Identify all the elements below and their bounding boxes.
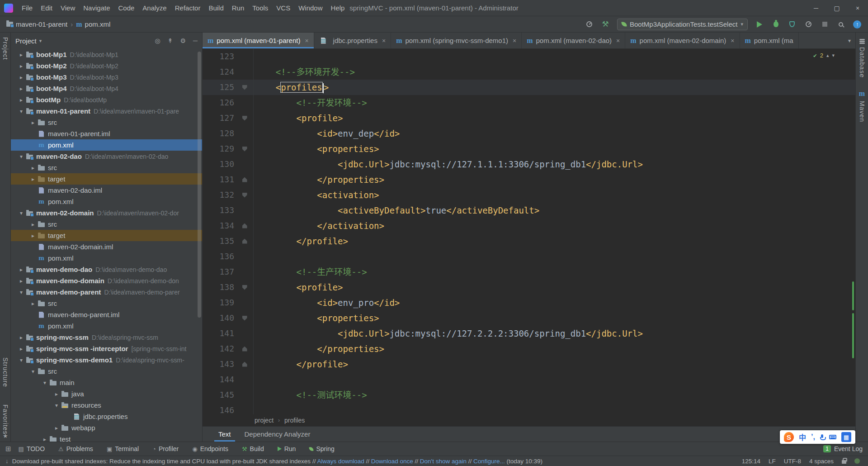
expand-arrow-icon[interactable]: ▸ xyxy=(17,74,25,81)
tool-button-profiler[interactable]: ◔Profiler xyxy=(152,445,179,452)
microphone-icon[interactable] xyxy=(820,434,824,440)
fold-open-icon[interactable] xyxy=(239,193,250,198)
code-line-141[interactable]: 141 <jdbc.Url>jdbc:mysql://127.2.2.2:330… xyxy=(203,326,855,341)
code-line-128[interactable]: 128 <id>env_dep</id> xyxy=(203,126,855,141)
tree-item-test[interactable]: ▸test xyxy=(11,433,202,442)
expand-arrow-icon[interactable]: ▸ xyxy=(52,391,61,397)
tree-item-maven-02-dao[interactable]: ▾maven-02-daoD:\idea\maven\maven-02-dao xyxy=(11,151,202,162)
expand-arrow-icon[interactable]: ▸ xyxy=(17,266,25,273)
locate-icon[interactable]: ◎ xyxy=(155,37,160,44)
file-encoding[interactable]: UTF-8 xyxy=(784,458,801,465)
code-line-143[interactable]: 143 </profile> xyxy=(203,357,855,372)
search-everywhere-button[interactable] xyxy=(836,19,845,29)
close-icon[interactable]: × xyxy=(382,37,386,44)
expand-arrow-icon[interactable]: ▸ xyxy=(29,165,37,171)
breadcrumb-item-maven-01-parent[interactable]: maven-01-parent xyxy=(6,20,67,28)
fold-open-icon[interactable] xyxy=(239,285,250,290)
code-line-125[interactable]: 125 <profiles> xyxy=(203,80,855,95)
expand-arrow-icon[interactable]: ▸ xyxy=(17,63,25,69)
code-line-136[interactable]: 136 xyxy=(203,249,855,264)
tool-button-structure[interactable]: Structure xyxy=(2,357,9,387)
tree-item-pom-xml[interactable]: mpom.xml xyxy=(11,320,202,332)
profiler-button[interactable] xyxy=(804,19,813,29)
inspections-indicator-icon[interactable] xyxy=(854,458,860,464)
expand-arrow-icon[interactable]: ▸ xyxy=(17,334,25,341)
collapse-arrow-icon[interactable]: ▾ xyxy=(41,380,49,386)
code-line-123[interactable]: 123 xyxy=(203,49,855,64)
tree-item-spring-mvc-ssm-interceptor[interactable]: ▸spring-mvc-ssm -interceptor[spring-mvc-… xyxy=(11,343,202,354)
xml-breadcrumb-profiles[interactable]: profiles xyxy=(284,417,305,424)
caret-position[interactable]: 125:14 xyxy=(742,458,760,465)
debug-button[interactable] xyxy=(771,19,780,29)
tree-item-src[interactable]: ▸src xyxy=(11,162,202,173)
tool-button-run[interactable]: Run xyxy=(278,445,296,452)
expand-arrow-icon[interactable]: ▸ xyxy=(17,52,25,58)
code-editor[interactable]: 123124 <!--多环境开发-->125 <profiles>126 <!-… xyxy=(203,49,855,414)
tree-item-resources[interactable]: ▾resources xyxy=(11,399,202,411)
tree-item-boot-mp3[interactable]: ▸boot-Mp3D:\idea\boot-Mp3 xyxy=(11,71,202,83)
tree-item-target[interactable]: ▸target xyxy=(11,230,202,241)
editor-tab-jdbc-properties[interactable]: jdbc.properties× xyxy=(314,33,392,48)
editor-tab-pom-xml-maven-01-parent[interactable]: mpom.xml (maven-01-parent)× xyxy=(203,33,314,48)
bottom-tab-dependency-analyzer[interactable]: Dependency Analyzer xyxy=(239,427,316,442)
fold-close-icon[interactable] xyxy=(239,239,250,244)
tree-item-main[interactable]: ▾main xyxy=(11,377,202,388)
code-line-130[interactable]: 130 <jdbc.Url>jdbc:mysql://127.1.1.1:330… xyxy=(203,157,855,172)
code-line-135[interactable]: 135 </profile> xyxy=(203,233,855,249)
breadcrumb-item-pom-xml[interactable]: mpom.xml xyxy=(76,20,110,28)
project-view-selector[interactable]: Project xyxy=(15,37,37,45)
maximize-icon[interactable]: ▢ xyxy=(826,0,847,16)
status-link-download-once[interactable]: Download once xyxy=(371,458,413,465)
tree-item-bootmp[interactable]: ▸bootMpD:\idea\bootMp xyxy=(11,94,202,105)
next-issue-icon[interactable]: ▾ xyxy=(832,52,835,58)
update-button[interactable]: ↑ xyxy=(853,19,862,29)
tree-item-java[interactable]: ▸java xyxy=(11,388,202,399)
tool-button-project[interactable]: Project xyxy=(2,37,9,60)
run-button[interactable] xyxy=(755,19,764,29)
expand-arrow-icon[interactable]: ▸ xyxy=(29,300,37,307)
tree-item-maven-02-dao-iml[interactable]: maven-02-dao.iml xyxy=(11,185,202,196)
tree-item-jdbc-properties[interactable]: jdbc.properties xyxy=(11,411,202,422)
collapse-arrow-icon[interactable]: ▾ xyxy=(17,289,25,295)
status-link-configure[interactable]: Configure... xyxy=(473,458,505,465)
menu-tools[interactable]: Tools xyxy=(248,4,272,12)
menu-view[interactable]: View xyxy=(57,4,79,12)
tree-item-pom-xml[interactable]: mpom.xml xyxy=(11,139,202,151)
code-line-140[interactable]: 140 <properties> xyxy=(203,310,855,326)
collapse-arrow-icon[interactable]: ▾ xyxy=(17,108,25,114)
expand-arrow-icon[interactable]: ▸ xyxy=(52,425,61,431)
fold-open-icon[interactable] xyxy=(239,116,250,121)
tree-item-src[interactable]: ▸src xyxy=(11,298,202,309)
tree-item-maven-01-parent[interactable]: ▾maven-01-parentD:\idea\maven\maven-01-p… xyxy=(11,105,202,117)
tree-item-spring-mvc-ssm[interactable]: ▸spring-mvc-ssmD:\idea\spring-mvc-ssm xyxy=(11,332,202,343)
hidden-tabs-chevron-icon[interactable]: ▾ xyxy=(844,33,855,48)
expand-arrow-icon[interactable]: ▸ xyxy=(29,233,37,239)
menu-navigate[interactable]: Navigate xyxy=(79,4,114,12)
gear-icon[interactable]: ⚙ xyxy=(180,37,186,44)
run-configuration-select[interactable]: BootMp3ApplicationTests.testSelect ▾ xyxy=(617,19,748,30)
tool-button-problems[interactable]: ⚠Problems xyxy=(58,445,93,452)
tool-button-maven[interactable]: m Maven xyxy=(859,90,866,122)
code-line-142[interactable]: 142 </properties> xyxy=(203,341,855,357)
editor-tab-pom-xml-maven-02-domain[interactable]: mpom.xml (maven-02-domain)× xyxy=(625,33,740,48)
collapse-arrow-icon[interactable]: ▾ xyxy=(52,402,61,409)
tool-button-favorites[interactable]: Favorites xyxy=(2,404,9,435)
collapse-arrow-icon[interactable]: ▾ xyxy=(17,153,25,160)
menu-run[interactable]: Run xyxy=(228,4,249,12)
tree-item-maven-01-parent-iml[interactable]: maven-01-parent.iml xyxy=(11,128,202,139)
close-icon[interactable]: × xyxy=(616,37,620,44)
expand-arrow-icon[interactable]: ▸ xyxy=(29,221,37,228)
menu-code[interactable]: Code xyxy=(114,4,138,12)
tree-item-maven-demo-dao[interactable]: ▸maven-demo-daoD:\idea\maven-demo-dao xyxy=(11,264,202,275)
code-line-126[interactable]: 126 <!--开发环境--> xyxy=(203,95,855,110)
ime-language-toggle[interactable]: 中 xyxy=(799,432,806,442)
tree-item-src[interactable]: ▾src xyxy=(11,366,202,377)
menu-build[interactable]: Build xyxy=(204,4,227,12)
tree-item-boot-mp2[interactable]: ▸boot-Mp2D:\idea\boot-Mp2 xyxy=(11,60,202,71)
collapse-arrow-icon[interactable]: ▾ xyxy=(29,368,37,375)
code-line-138[interactable]: 138 <profile> xyxy=(203,280,855,295)
tool-window-switcher-icon[interactable]: ⊞ xyxy=(5,445,11,453)
tree-item-maven-demo-domain[interactable]: ▸maven-demo-domainD:\idea\maven-demo-don xyxy=(11,275,202,286)
code-line-127[interactable]: 127 <profile> xyxy=(203,110,855,126)
expand-arrow-icon[interactable]: ▸ xyxy=(17,278,25,284)
